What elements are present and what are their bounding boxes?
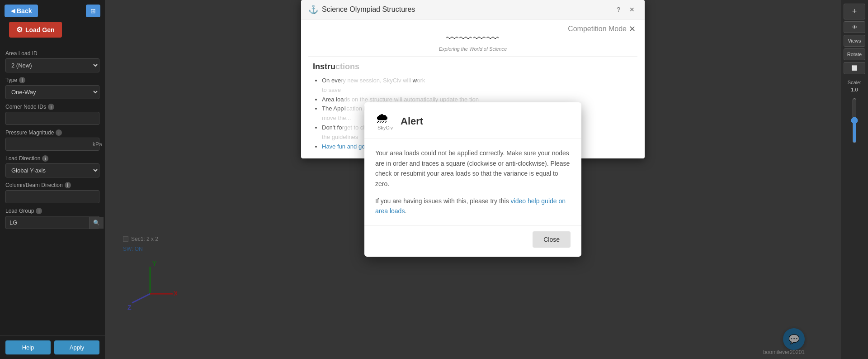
add-button[interactable]: + [844,4,865,19]
alert-body-text: Your area loads could not be applied cor… [375,148,571,189]
sidebar-form: Area Load ID 2 (New) Type i One-Way Corn… [0,46,105,335]
load-group-info-icon[interactable]: i [36,208,42,214]
type-field: Type i One-Way [5,77,99,99]
column-beam-info-icon[interactable]: i [65,182,71,188]
load-group-search-button[interactable]: 🔍 [89,217,104,229]
load-direction-field: Load Direction i Global Y-axis [5,155,99,177]
sidebar-header: ◀ Back ⊞ [0,0,105,22]
pressure-unit-label: kPa [89,141,106,148]
skyciv-logo-text: SkyCiv [375,125,395,130]
left-sidebar: ◀ Back ⊞ ⚙ Load Gen Area Load ID 2 (New)… [0,0,105,359]
load-direction-info-icon[interactable]: i [42,155,48,162]
load-gen-icon: ⚙ [16,25,23,34]
main-canvas: Sec1: 2 x 2 SW: ON Y Z X ⚓ Science Olymp… [105,0,841,359]
apply-button[interactable]: Apply [54,340,99,354]
alert-logo: 🌧 SkyCiv [375,111,395,131]
scale-slider[interactable] [849,98,860,143]
corner-node-ids-input[interactable] [5,112,99,125]
area-load-id-field: Area Load ID 2 (New) [5,50,99,72]
load-gen-button[interactable]: ⚙ Load Gen [9,22,62,38]
rotate-button[interactable]: Rotate [844,48,865,60]
type-info-icon[interactable]: i [19,77,25,83]
column-beam-direction-field: Column/Beam Direction i [5,182,99,203]
eye-button[interactable]: 👁 [844,21,865,33]
alert-close-button[interactable]: Close [533,231,571,248]
pressure-magnitude-field: Pressure Magnitude i kPa [5,129,99,151]
eye-icon: 👁 [852,24,857,30]
area-load-id-select[interactable]: 2 (New) [5,58,99,72]
alert-footer: Close [364,225,581,257]
scale-value: 1.0 [851,87,858,92]
alert-overlay: 🌧 SkyCiv Alert Your area loads could not… [105,0,841,359]
pressure-info-icon[interactable]: i [56,129,62,136]
3d-box-button[interactable]: ⬜ [844,62,865,74]
scale-label: Scale: [848,80,862,85]
load-group-field: Load Group i 🔍 [5,208,99,229]
corner-node-info-icon[interactable]: i [48,104,54,110]
grid-button[interactable]: ⊞ [86,5,100,17]
3d-box-icon: ⬜ [851,65,858,71]
back-button[interactable]: ◀ Back [5,5,38,17]
science-dialog-overlay: ⚓ Science Olympiad Structures ? ✕ ✕ Comp… [105,0,841,359]
column-beam-direction-input[interactable] [5,190,99,203]
pressure-input-group: kPa [5,138,99,151]
pressure-magnitude-input[interactable] [6,138,89,150]
load-direction-select[interactable]: Global Y-axis [5,163,99,177]
load-group-input-group: 🔍 [5,216,99,229]
grid-icon: ⊞ [90,7,96,14]
skyciv-cloud-icon: 🌧 [375,111,395,125]
alert-body: Your area loads could not be applied cor… [364,139,581,225]
type-select[interactable]: One-Way [5,85,99,99]
back-arrow-icon: ◀ [11,8,15,14]
alert-title: Alert [401,115,423,127]
alert-dialog: 🌧 SkyCiv Alert Your area loads could not… [364,102,581,256]
right-panel: + 👁 Views Rotate ⬜ Scale: 1.0 [841,0,868,359]
alert-header: 🌧 SkyCiv Alert [364,102,581,139]
corner-node-ids-field: Corner Node IDs i [5,104,99,125]
alert-help-text: If you are having issues with this, plea… [375,196,571,216]
sidebar-footer: Help Apply [0,335,105,359]
load-group-input[interactable] [6,216,89,229]
help-button[interactable]: Help [5,340,51,354]
views-button[interactable]: Views [844,35,865,47]
